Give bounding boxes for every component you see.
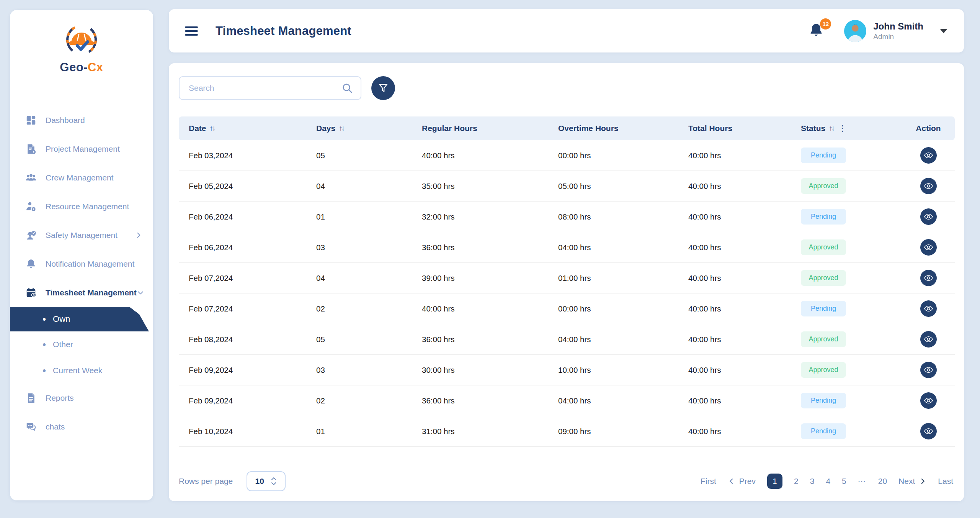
sidebar-subitem-label: Current Week <box>53 366 102 375</box>
rows-per-page-value: 10 <box>255 477 264 486</box>
sidebar-item-project-management[interactable]: Project Management <box>10 134 153 163</box>
view-button[interactable] <box>920 423 937 439</box>
sort-icon[interactable]: ↑↓ <box>339 124 344 133</box>
search-input[interactable] <box>188 83 341 93</box>
table-row: Feb 05,2024 04 35:00 hrs 05:00 hrs 40:00… <box>179 171 955 202</box>
cell-days: 03 <box>316 243 422 252</box>
chevron-left-icon <box>728 477 735 485</box>
sidebar-item-crew-management[interactable]: Crew Management <box>10 163 153 192</box>
app-logo-text: Geo-Cx <box>60 61 103 74</box>
cell-date: Feb 03,2024 <box>179 151 316 160</box>
chevron-right-icon[interactable] <box>135 231 142 239</box>
page-button-1-current[interactable]: 1 <box>767 474 782 489</box>
view-button[interactable] <box>920 239 937 256</box>
cell-days: 05 <box>316 335 422 344</box>
sidebar-subitem-own[interactable]: • Own <box>10 307 149 331</box>
sort-icon[interactable]: ↑↓ <box>829 124 834 133</box>
first-page-button[interactable]: First <box>701 477 716 486</box>
next-label: Next <box>898 477 915 486</box>
column-header-regular-hours: Regular Hours <box>422 124 558 133</box>
view-button[interactable] <box>920 300 937 317</box>
sidebar-subitem-label: Own <box>53 314 70 324</box>
last-page-button[interactable]: Last <box>938 477 953 486</box>
cell-action <box>902 392 955 409</box>
cell-overtime-hours: 05:00 hrs <box>558 182 688 191</box>
cell-overtime-hours: 00:00 hrs <box>558 304 688 313</box>
view-button[interactable] <box>920 178 937 194</box>
eye-icon <box>924 212 933 221</box>
top-header: Timesheet Management 12 John Smith Admin <box>169 9 964 52</box>
page-button-20[interactable]: 20 <box>878 477 887 486</box>
cell-date: Feb 09,2024 <box>179 366 316 375</box>
chevron-right-icon <box>919 477 926 485</box>
cell-overtime-hours: 04:00 hrs <box>558 335 688 344</box>
sidebar-item-label: Resource Management <box>46 202 129 211</box>
page-button-3[interactable]: 3 <box>810 477 815 486</box>
cell-regular-hours: 36:00 hrs <box>422 243 558 252</box>
search-icon[interactable] <box>341 82 353 94</box>
cell-date: Feb 06,2024 <box>179 212 316 221</box>
page-button-2[interactable]: 2 <box>794 477 799 486</box>
view-button[interactable] <box>920 208 937 225</box>
reports-icon <box>25 392 37 404</box>
filter-button[interactable] <box>371 76 395 100</box>
view-button[interactable] <box>920 331 937 348</box>
cell-status: Approved <box>801 178 902 194</box>
view-button[interactable] <box>920 270 937 286</box>
prev-label: Prev <box>739 477 756 486</box>
next-page-button[interactable]: Next <box>898 477 926 486</box>
app-logo: Geo-Cx <box>10 10 153 77</box>
sidebar-subitem-label: Other <box>53 340 73 349</box>
view-button[interactable] <box>920 362 937 378</box>
cell-days: 01 <box>316 212 422 221</box>
notifications-button[interactable]: 12 <box>808 22 824 40</box>
cell-action <box>902 208 955 225</box>
cell-total-hours: 40:00 hrs <box>688 182 801 191</box>
sidebar-item-dashboard[interactable]: Dashboard <box>10 106 153 134</box>
cell-status: Approved <box>801 270 902 286</box>
cell-action <box>902 423 955 439</box>
cell-total-hours: 40:00 hrs <box>688 427 801 436</box>
cell-status: Approved <box>801 331 902 347</box>
sidebar-subitem-current-week[interactable]: • Current Week <box>10 357 153 384</box>
page-button-5[interactable]: 5 <box>842 477 846 486</box>
page-button-4[interactable]: 4 <box>826 477 830 486</box>
table-row: Feb 09,2024 02 36:00 hrs 04:00 hrs 40:00… <box>179 385 955 416</box>
avatar[interactable] <box>844 20 866 42</box>
table-row: Feb 07,2024 02 40:00 hrs 00:00 hrs 40:00… <box>179 293 955 324</box>
sidebar-item-reports[interactable]: Reports <box>10 384 153 412</box>
pager: First Prev 1 2 3 4 5 ⋯ 20 Next Last <box>701 474 953 489</box>
column-menu-icon[interactable]: ⋮ <box>838 124 846 133</box>
pagination-bar: Rows per page 10 First Prev 1 2 3 4 5 ⋯ … <box>179 471 955 491</box>
cell-days: 01 <box>316 427 422 436</box>
cell-overtime-hours: 04:00 hrs <box>558 396 688 405</box>
sidebar-item-timesheet-management[interactable]: Timesheet Management <box>10 278 153 307</box>
column-header-overtime-hours: Overtime Hours <box>558 124 688 133</box>
sidebar-item-safety-management[interactable]: Safety Management <box>10 221 153 249</box>
logo-text-primary: Geo- <box>60 61 88 74</box>
cell-status: Pending <box>801 209 902 225</box>
sort-icon[interactable]: ↑↓ <box>210 124 215 133</box>
view-button[interactable] <box>920 147 937 164</box>
chevron-down-icon[interactable] <box>137 289 144 297</box>
sidebar-item-chats[interactable]: chats <box>10 412 153 441</box>
rows-per-page-select[interactable]: 10 <box>247 471 286 491</box>
sidebar-item-resource-management[interactable]: Resource Management <box>10 192 153 221</box>
sidebar-subitem-other[interactable]: • Other <box>10 331 153 357</box>
menu-toggle-icon[interactable] <box>184 25 199 37</box>
page-title: Timesheet Management <box>216 24 351 38</box>
cell-overtime-hours: 08:00 hrs <box>558 212 688 221</box>
user-menu-caret-icon[interactable] <box>940 29 947 37</box>
eye-icon <box>924 334 933 344</box>
cell-total-hours: 40:00 hrs <box>688 151 801 160</box>
pages-ellipsis: ⋯ <box>858 477 867 486</box>
prev-page-button[interactable]: Prev <box>728 477 756 486</box>
view-button[interactable] <box>920 392 937 409</box>
cell-overtime-hours: 01:00 hrs <box>558 274 688 283</box>
column-label: Action <box>916 124 941 133</box>
cell-action <box>902 239 955 256</box>
cell-regular-hours: 31:00 hrs <box>422 427 558 436</box>
column-label: Status <box>801 124 825 133</box>
sidebar-item-notification-management[interactable]: Notification Management <box>10 249 153 278</box>
logo-text-accent: Cx <box>88 61 103 74</box>
